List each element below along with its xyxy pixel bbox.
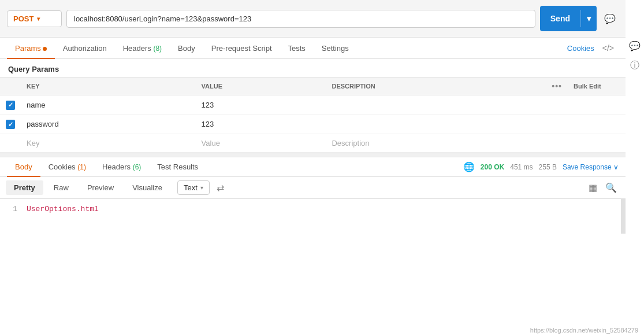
text-format-chevron-icon: ▾ <box>200 184 203 191</box>
tab-headers[interactable]: Headers (8) <box>115 38 170 58</box>
resp-tab-testresults[interactable]: Test Results <box>149 157 206 176</box>
fmt-tab-visualize-label: Visualize <box>132 183 162 192</box>
tab-params-label: Params <box>15 44 41 53</box>
params-dot <box>43 47 47 51</box>
empty-value[interactable]: Value <box>196 134 326 153</box>
bottom-hint: https://blog.csdn.net/weixin_52584279 <box>524 324 644 336</box>
url-bar: POST ▾ Send ▾ 💬 <box>0 0 626 38</box>
resp-tab-body[interactable]: Body <box>7 157 40 176</box>
header-value: VALUE <box>196 77 326 95</box>
resp-tab-cookies-label: Cookies <box>49 163 78 171</box>
fmt-tab-preview[interactable]: Preview <box>79 180 122 195</box>
cookies-link[interactable]: Cookies <box>564 38 598 58</box>
fmt-tab-preview-label: Preview <box>87 183 114 192</box>
search-icon[interactable]: 🔍 <box>602 181 620 194</box>
row2-value[interactable]: 123 <box>196 115 326 134</box>
row1-checkbox[interactable] <box>6 101 15 110</box>
empty-key[interactable]: Key <box>21 134 196 153</box>
empty-description[interactable]: Description <box>326 134 546 153</box>
query-params-label: Query Params <box>0 59 626 77</box>
fmt-tab-raw[interactable]: Raw <box>46 180 77 195</box>
send-dropdown-icon[interactable]: ▾ <box>580 10 597 27</box>
send-label: Send <box>540 10 580 27</box>
app-container: POST ▾ Send ▾ 💬 Params Authorization Hea… <box>0 0 644 234</box>
response-tabs-row: Body Cookies (1) Headers (6) Test Result… <box>0 157 626 177</box>
request-tabs-row: Params Authorization Headers (8) Body Pr… <box>0 38 626 59</box>
header-description: DESCRIPTION <box>326 77 546 95</box>
url-input[interactable] <box>66 10 535 28</box>
method-label: POST <box>13 14 33 23</box>
section-divider <box>0 153 626 157</box>
send-button[interactable]: Send ▾ <box>540 6 597 31</box>
save-response-label: Save Response <box>563 163 612 171</box>
params-table: KEY VALUE DESCRIPTION ••• Bulk Edit name… <box>0 77 626 153</box>
text-format-label: Text <box>184 183 198 192</box>
text-format-dropdown[interactable]: Text ▾ <box>177 180 210 195</box>
header-bulk-edit: Bulk Edit <box>568 77 626 95</box>
tab-settings[interactable]: Settings <box>314 38 357 58</box>
code-line[interactable]: UserOptions.html <box>27 205 617 228</box>
tab-settings-label: Settings <box>322 44 349 53</box>
format-tabs-row: Pretty Raw Preview Visualize Text ▾ ⇄ ▦ … <box>0 177 626 199</box>
header-dots-col: ••• <box>546 77 568 95</box>
row2-dots <box>546 115 568 134</box>
row1-key[interactable]: name <box>21 95 196 115</box>
sidebar-comment-icon[interactable]: 💬 <box>629 40 641 51</box>
response-status-bar: 🌐 200 OK 451 ms 255 B Save Response ∨ <box>463 161 619 172</box>
header-key: KEY <box>21 77 196 95</box>
tab-tests[interactable]: Tests <box>280 38 314 58</box>
table-header-row: KEY VALUE DESCRIPTION ••• Bulk Edit <box>0 77 626 95</box>
tab-authorization[interactable]: Authorization <box>55 38 115 58</box>
status-time: 451 ms <box>510 163 533 171</box>
tab-body[interactable]: Body <box>170 38 203 58</box>
empty-checkbox-cell <box>0 134 21 153</box>
empty-bulk <box>568 134 626 153</box>
headers-count: (8) <box>153 45 162 53</box>
status-size: 255 B <box>539 163 557 171</box>
tab-params[interactable]: Params <box>7 38 55 58</box>
wrap-icon[interactable]: ⇄ <box>217 182 224 193</box>
tab-prerequest-label: Pre-request Script <box>211 44 272 53</box>
save-response-link[interactable]: Save Response ∨ <box>563 163 619 171</box>
dots-icon: ••• <box>552 82 562 91</box>
row1-description[interactable] <box>326 95 546 115</box>
table-row: password 123 <box>0 115 626 134</box>
row2-description[interactable] <box>326 115 546 134</box>
table-row: name 123 <box>0 95 626 115</box>
save-response-chevron: ∨ <box>613 163 619 171</box>
row2-bulk <box>568 115 626 134</box>
comment-icon[interactable]: 💬 <box>601 13 619 24</box>
cookies-count: (1) <box>77 163 86 171</box>
method-chevron-icon: ▾ <box>37 16 40 22</box>
code-content-area: 1 UserOptions.html <box>0 199 626 234</box>
row1-bulk <box>568 95 626 115</box>
row2-key[interactable]: password <box>21 115 196 134</box>
tab-headers-label: Headers <box>123 44 154 53</box>
tab-prerequest[interactable]: Pre-request Script <box>203 38 280 58</box>
code-icon[interactable]: </> <box>598 38 619 58</box>
status-ok: 200 OK <box>481 163 504 171</box>
line-number: 1 <box>8 205 17 228</box>
content-area: POST ▾ Send ▾ 💬 Params Authorization Hea… <box>0 0 626 234</box>
row2-checkbox-cell <box>0 115 21 134</box>
tab-body-label: Body <box>178 44 195 53</box>
resp-tab-body-label: Body <box>15 163 32 171</box>
resp-tab-cookies[interactable]: Cookies (1) <box>40 157 94 176</box>
resp-tab-headers[interactable]: Headers (6) <box>94 157 149 176</box>
header-checkbox-col <box>0 77 21 95</box>
sidebar-info-icon[interactable]: ⓘ <box>630 60 639 72</box>
empty-row: Key Value Description <box>0 134 626 153</box>
resp-tab-testresults-label: Test Results <box>157 163 198 171</box>
method-select[interactable]: POST ▾ <box>7 10 62 27</box>
row2-checkbox[interactable] <box>6 120 15 129</box>
fmt-tab-visualize[interactable]: Visualize <box>124 180 170 195</box>
fmt-tab-pretty-label: Pretty <box>14 183 35 192</box>
fmt-tab-pretty[interactable]: Pretty <box>6 180 43 195</box>
fmt-tab-raw-label: Raw <box>54 183 69 192</box>
right-sidebar: 💬 ⓘ <box>626 35 644 77</box>
scrollbar-track[interactable] <box>621 199 626 234</box>
row1-value[interactable]: 123 <box>196 95 326 115</box>
resp-tab-headers-label: Headers <box>102 163 133 171</box>
copy-icon[interactable]: ▦ <box>586 181 600 194</box>
response-code-area: 1 UserOptions.html <box>0 199 626 234</box>
